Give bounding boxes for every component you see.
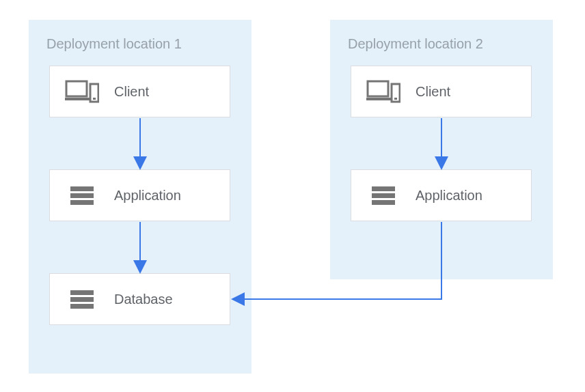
node-label: Client xyxy=(416,84,450,100)
svg-rect-5 xyxy=(366,98,391,100)
svg-rect-0 xyxy=(66,81,87,96)
node-label: Application xyxy=(416,188,482,204)
client-devices-icon xyxy=(65,80,99,103)
svg-rect-1 xyxy=(65,98,90,100)
node-application-2: Application xyxy=(351,169,532,221)
svg-rect-3 xyxy=(93,98,96,100)
node-label: Application xyxy=(114,188,181,204)
panel-title-1: Deployment location 1 xyxy=(46,36,182,52)
client-devices-icon xyxy=(366,80,400,103)
node-application-1: Application xyxy=(49,169,230,221)
node-client-1: Client xyxy=(49,66,230,117)
server-icon xyxy=(65,186,99,205)
node-label: Database xyxy=(114,292,173,307)
svg-rect-4 xyxy=(368,81,388,96)
deployment-location-panel-2: Deployment location 2 xyxy=(330,20,553,279)
node-database: Database xyxy=(49,273,230,325)
server-icon xyxy=(65,290,99,309)
svg-rect-7 xyxy=(394,98,397,100)
server-icon xyxy=(366,186,400,205)
node-label: Client xyxy=(114,84,149,100)
node-client-2: Client xyxy=(351,66,532,117)
panel-title-2: Deployment location 2 xyxy=(348,36,483,52)
